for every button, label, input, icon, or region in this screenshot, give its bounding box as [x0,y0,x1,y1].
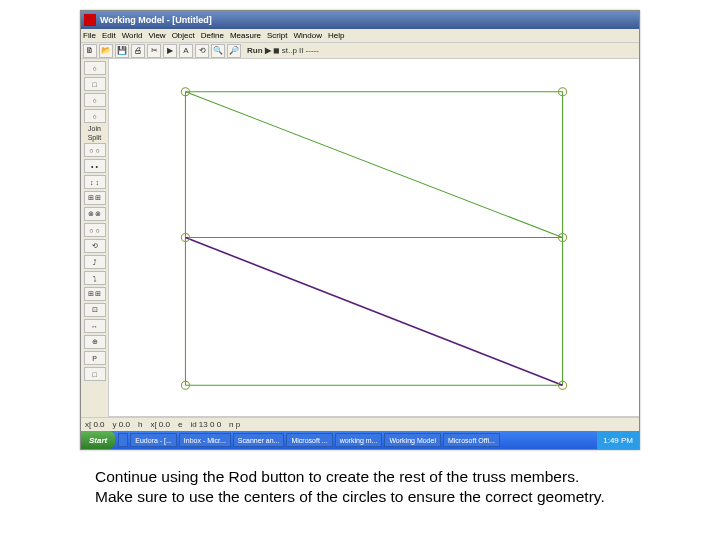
status-e: e [178,420,182,429]
start-button[interactable]: Start [81,431,115,449]
rod-tool-icon[interactable]: ⤵ [84,271,106,285]
force-tool-icon[interactable]: ↔ [84,319,106,333]
cut-icon[interactable]: ✂ [147,44,161,58]
rope-tool-icon[interactable]: ⊞ ⊞ [84,287,106,301]
anchor-tool-icon[interactable]: ○ ○ [84,143,106,157]
step-button[interactable]: ----- [306,46,319,55]
task-item[interactable]: Microsoft Offi... [443,433,500,447]
poly-tool-icon[interactable]: ○ [84,93,106,107]
point-tool-icon[interactable]: • • [84,159,106,173]
status-id: id 13 0 0 [190,420,221,429]
truss-member[interactable] [185,238,562,386]
menu-script[interactable]: Script [267,31,287,40]
curved-tool-icon[interactable]: ○ [84,109,106,123]
motor-tool-icon[interactable]: ⊗ ⊗ [84,207,106,221]
task-item[interactable]: Scanner an... [233,433,285,447]
canvas-area[interactable] [109,59,639,417]
reset-button[interactable]: ◼ [273,46,280,55]
zoom-out-icon[interactable]: 🔎 [227,44,241,58]
damper-tool-icon[interactable]: ⤴ [84,255,106,269]
menu-define[interactable]: Define [201,31,224,40]
status-h: h [138,420,142,429]
save-icon[interactable]: 💾 [115,44,129,58]
main-toolbar: 🗎 📂 💾 🖨 ✂ ▶ A ⟲ 🔍 🔎 Run ▶ ◼ st..p II ---… [81,43,639,59]
task-item[interactable] [118,433,128,447]
caption-line-1: Continue using the Rod button to create … [95,467,655,487]
pointer-icon[interactable]: ▶ [163,44,177,58]
body-row: ○ □ ○ ○ Join Split ○ ○ • • ↕ ↕ ⊞ ⊞ ⊗ ⊗ ○… [81,59,639,417]
status-np: n p [229,420,240,429]
task-item[interactable]: working m... [335,433,383,447]
pin-tool-icon[interactable]: ⊞ ⊞ [84,191,106,205]
stop-button[interactable]: st..p II [282,46,304,55]
system-tray[interactable]: 1:49 PM [597,431,639,449]
caption-line-2: Make sure to use the centers of the circ… [95,487,655,507]
menu-file[interactable]: File [83,31,96,40]
statusbar: x[ 0.0 y 0.0 h x[ 0.0 e id 13 0 0 n p [81,417,639,431]
actuator-tool-icon[interactable]: ⊡ [84,303,106,317]
new-file-icon[interactable]: 🗎 [83,44,97,58]
task-item[interactable]: Microsoft ... [286,433,332,447]
join-button[interactable]: Join [88,125,101,132]
titlebar: Working Model - [Untitled] [81,11,639,29]
square-tool-icon[interactable]: □ [84,77,106,91]
status-y: y 0.0 [113,420,130,429]
app-window: Working Model - [Untitled] File Edit Wor… [80,10,640,450]
gear-tool-icon[interactable]: ○ ○ [84,223,106,237]
menu-window[interactable]: Window [293,31,321,40]
torque-tool-icon[interactable]: ⊕ [84,335,106,349]
separator-tool-icon[interactable]: □ [84,367,106,381]
clock: 1:49 PM [603,436,633,445]
run-button[interactable]: Run ▶ [247,46,271,55]
task-item[interactable]: Inbox - Micr... [179,433,231,447]
status-x: x[ 0.0 [85,420,105,429]
text-icon[interactable]: A [179,44,193,58]
zoom-in-icon[interactable]: 🔍 [211,44,225,58]
status-xd: x[ 0.0 [150,420,170,429]
menubar: File Edit World View Object Define Measu… [81,29,639,43]
circle-tool-icon[interactable]: ○ [84,61,106,75]
menu-edit[interactable]: Edit [102,31,116,40]
open-file-icon[interactable]: 📂 [99,44,113,58]
spring-tool-icon[interactable]: ⟲ [84,239,106,253]
menu-help[interactable]: Help [328,31,344,40]
menu-measure[interactable]: Measure [230,31,261,40]
app-icon [84,14,96,26]
left-toolbar: ○ □ ○ ○ Join Split ○ ○ • • ↕ ↕ ⊞ ⊞ ⊗ ⊗ ○… [81,59,109,417]
slot-tool-icon[interactable]: ↕ ↕ [84,175,106,189]
taskbar: Start Eudora - [... Inbox - Micr... Scan… [81,431,639,449]
menu-view[interactable]: View [148,31,165,40]
window-title: Working Model - [Untitled] [100,15,212,25]
task-item[interactable]: Working Model [384,433,441,447]
task-item[interactable]: Eudora - [... [130,433,177,447]
pulley-tool-icon[interactable]: P [84,351,106,365]
menu-world[interactable]: World [122,31,143,40]
print-icon[interactable]: 🖨 [131,44,145,58]
truss-member[interactable] [185,92,562,238]
split-button[interactable]: Split [88,134,102,141]
caption-text: Continue using the Rod button to create … [95,467,655,507]
rotate-icon[interactable]: ⟲ [195,44,209,58]
canvas-svg [109,59,639,416]
menu-object[interactable]: Object [172,31,195,40]
